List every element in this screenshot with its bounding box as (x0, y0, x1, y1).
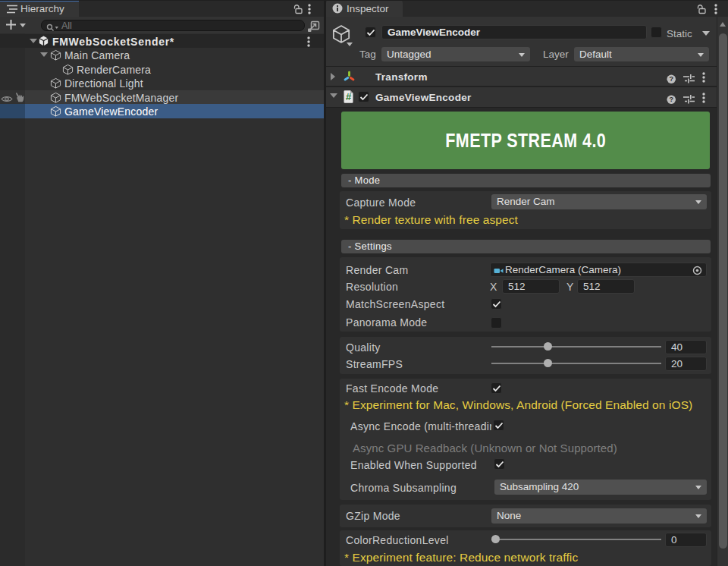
svg-text:#: # (346, 91, 352, 102)
svg-text:?: ? (669, 75, 673, 83)
svg-text:?: ? (669, 96, 673, 103)
